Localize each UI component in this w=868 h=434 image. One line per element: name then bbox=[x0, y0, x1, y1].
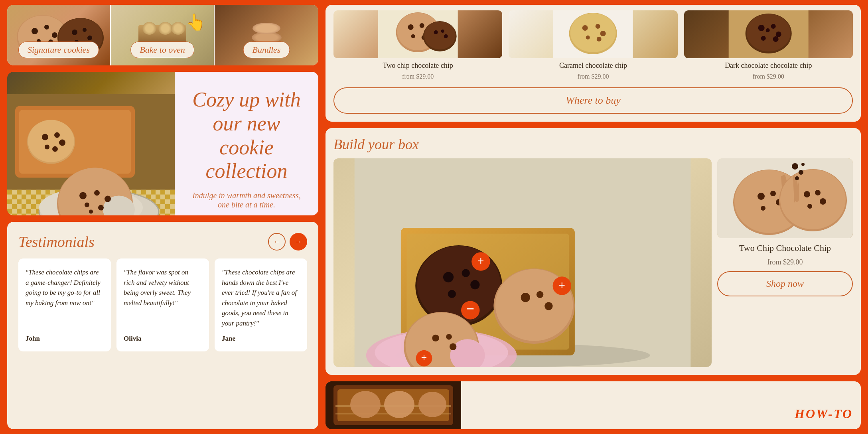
build-box-shop-now-button[interactable]: Shop now bbox=[717, 271, 853, 296]
svg-point-98 bbox=[446, 334, 452, 340]
build-box-image: + + − bbox=[333, 158, 712, 367]
list-item: "These chocolate chips are hands down th… bbox=[215, 258, 307, 351]
svg-text:+: + bbox=[421, 352, 427, 363]
svg-point-97 bbox=[432, 335, 439, 341]
svg-point-4 bbox=[52, 32, 57, 38]
svg-point-49 bbox=[424, 22, 456, 49]
banner-photo bbox=[7, 72, 175, 215]
svg-point-23 bbox=[28, 120, 74, 162]
svg-point-99 bbox=[450, 343, 456, 350]
svg-point-68 bbox=[773, 36, 778, 42]
svg-point-107 bbox=[770, 191, 776, 196]
svg-point-3 bbox=[44, 25, 49, 30]
svg-point-80 bbox=[448, 290, 456, 298]
svg-point-44 bbox=[420, 23, 424, 28]
svg-point-35 bbox=[94, 190, 100, 196]
svg-point-85 bbox=[521, 293, 530, 302]
product-name-0: Two chip chocolate chip bbox=[383, 61, 453, 70]
svg-point-79 bbox=[470, 280, 479, 289]
svg-point-63 bbox=[746, 14, 790, 51]
svg-point-25 bbox=[54, 132, 60, 138]
svg-point-113 bbox=[804, 191, 810, 197]
svg-point-37 bbox=[85, 203, 89, 207]
howto-teaser-section: HOW-TO bbox=[326, 381, 861, 429]
banner-text-area: Cozy up with our new cookie collection I… bbox=[175, 72, 318, 215]
svg-point-86 bbox=[537, 291, 543, 298]
svg-point-24 bbox=[42, 134, 48, 140]
products-grid: Two chip chocolate chip from $29.00 bbox=[333, 10, 853, 80]
product-image-2 bbox=[684, 10, 853, 58]
list-item: "The flavor was spot on—rich and velvety… bbox=[116, 258, 209, 351]
svg-point-2 bbox=[32, 28, 38, 34]
testimonials-next-button[interactable]: → bbox=[290, 233, 307, 251]
testimonials-prev-button[interactable]: ← bbox=[268, 233, 286, 251]
svg-point-106 bbox=[758, 193, 765, 200]
svg-point-56 bbox=[582, 25, 588, 31]
product-card-0[interactable]: Two chip chocolate chip from $29.00 bbox=[333, 10, 502, 80]
banner-heading: Cozy up with our new cookie collection bbox=[187, 88, 306, 183]
product-card-1[interactable]: Caramel chocolate chip from $29.00 bbox=[509, 10, 677, 80]
product-name-2: Dark chocolate chocolate chip bbox=[725, 61, 812, 70]
product-name-1: Caramel chocolate chip bbox=[559, 61, 627, 70]
product-image-0 bbox=[333, 10, 502, 58]
svg-point-39 bbox=[89, 210, 93, 214]
where-to-buy-button[interactable]: Where to buy bbox=[333, 87, 853, 114]
svg-point-120 bbox=[801, 163, 805, 166]
build-box-title: Build your box bbox=[333, 136, 853, 153]
nav-card-signature-label: Signature cookies bbox=[18, 41, 99, 58]
svg-text:+: + bbox=[559, 279, 566, 292]
svg-point-27 bbox=[45, 145, 49, 150]
svg-point-69 bbox=[765, 28, 769, 32]
svg-point-46 bbox=[411, 34, 415, 38]
nav-card-bake[interactable]: 👆 Bake to oven bbox=[111, 5, 215, 65]
svg-point-38 bbox=[98, 205, 104, 211]
svg-point-11 bbox=[87, 36, 92, 40]
testimonials-section: Testimonials ← → "These chocolate chips … bbox=[7, 222, 318, 429]
product-price-2: from $29.00 bbox=[753, 73, 784, 80]
svg-text:+: + bbox=[477, 254, 484, 267]
svg-point-60 bbox=[597, 37, 602, 41]
testimonials-title: Testimonials bbox=[18, 233, 95, 251]
svg-point-52 bbox=[444, 34, 448, 38]
svg-point-43 bbox=[408, 24, 414, 30]
build-box-info: Two Chip Chocolate Chip from $29.00 Shop… bbox=[717, 158, 853, 367]
svg-point-66 bbox=[775, 32, 781, 37]
testimonial-text-0: "These chocolate chips are a game-change… bbox=[26, 267, 104, 328]
testimonial-author-0: John bbox=[26, 335, 104, 343]
howto-oven-image bbox=[326, 381, 461, 429]
product-card-2[interactable]: Dark chocolate chocolate chip from $29.0… bbox=[684, 10, 853, 80]
nav-card-signature[interactable]: Signature cookies bbox=[7, 5, 111, 65]
testimonial-author-2: Jane bbox=[222, 335, 300, 343]
nav-card-bundles[interactable]: Bundles bbox=[215, 5, 318, 65]
product-image-1 bbox=[509, 10, 677, 58]
svg-point-64 bbox=[758, 25, 764, 31]
svg-point-58 bbox=[600, 31, 606, 36]
svg-point-34 bbox=[79, 192, 87, 199]
svg-point-87 bbox=[544, 302, 552, 310]
svg-point-77 bbox=[443, 272, 454, 282]
svg-point-117 bbox=[792, 163, 798, 170]
nav-cards-row: Signature cookies 👆 Bake to oven bbox=[7, 5, 318, 65]
svg-point-118 bbox=[799, 170, 803, 175]
svg-point-50 bbox=[434, 30, 438, 34]
svg-point-26 bbox=[59, 140, 65, 146]
testimonial-cards-list: "These chocolate chips are a game-change… bbox=[18, 258, 307, 351]
build-box-section: Build your box bbox=[326, 128, 861, 375]
svg-point-10 bbox=[83, 28, 87, 32]
svg-point-36 bbox=[105, 196, 111, 202]
svg-point-116 bbox=[807, 204, 812, 209]
product-price-0: from $29.00 bbox=[402, 73, 434, 80]
featured-product-name: Two Chip Chocolate Chip bbox=[717, 243, 853, 253]
svg-point-111 bbox=[780, 170, 846, 229]
featured-product-image bbox=[717, 158, 853, 238]
svg-point-65 bbox=[771, 24, 775, 29]
svg-point-78 bbox=[462, 269, 470, 277]
nav-card-bake-label: Bake to oven bbox=[130, 41, 194, 58]
nav-card-bundles-label: Bundles bbox=[243, 41, 290, 58]
testimonial-text-1: "The flavor was spot on—rich and velvety… bbox=[124, 267, 202, 328]
svg-point-109 bbox=[761, 206, 765, 211]
list-item: "These chocolate chips are a game-change… bbox=[18, 258, 111, 351]
howto-label: HOW-TO bbox=[795, 406, 853, 421]
product-price-1: from $29.00 bbox=[577, 73, 609, 80]
banner-subtext: Indulge in warmth and sweetness, one bit… bbox=[187, 191, 306, 209]
